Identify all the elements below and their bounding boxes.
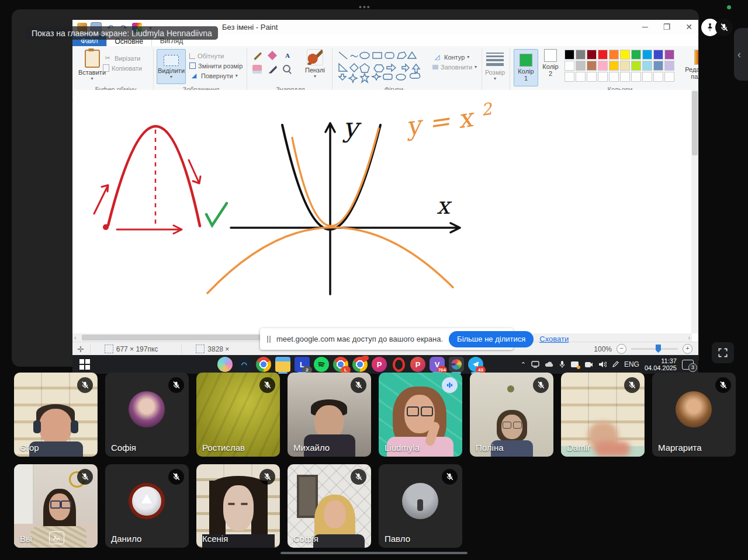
text-tool[interactable]: A <box>283 51 292 60</box>
color-swatch[interactable] <box>664 61 674 71</box>
side-panel-handle[interactable]: ‹ <box>734 28 748 81</box>
microphone-tray-icon[interactable] <box>559 360 565 368</box>
participant-tile-kseniia[interactable]: Ксенія <box>196 464 280 548</box>
participant-tile-damir[interactable]: Damir <box>561 373 645 457</box>
edit-palette-button[interactable]: Редагувати палітру <box>685 50 698 80</box>
color-swatch[interactable] <box>631 61 641 71</box>
onedrive-icon[interactable] <box>545 361 554 368</box>
zoom-slider[interactable] <box>631 348 678 350</box>
telegram-icon[interactable]: 43 <box>468 357 483 372</box>
fill-shape-button[interactable]: Заповнити▾ <box>432 62 477 72</box>
drag-handle-dots[interactable]: ••• <box>359 2 371 12</box>
eraser-tool[interactable] <box>252 65 262 74</box>
picsart2-icon[interactable]: P <box>410 357 425 372</box>
color-swatch[interactable] <box>587 61 597 71</box>
palette-row-empty[interactable] <box>565 72 674 82</box>
clock[interactable]: 11:37 04.04.2025 <box>645 357 677 371</box>
participant-tile-rostyslav[interactable]: Ростислав <box>196 373 280 457</box>
screenshare-tray-icon[interactable] <box>570 361 579 368</box>
zoom-slider-thumb[interactable] <box>656 345 661 353</box>
opera-icon[interactable] <box>391 357 406 372</box>
color-swatch[interactable] <box>609 61 619 71</box>
color-swatch[interactable] <box>576 50 586 60</box>
fullscreen-button[interactable] <box>712 342 734 363</box>
color-swatch[interactable] <box>620 61 630 71</box>
participant-tile-polina[interactable]: Поліна <box>470 373 553 457</box>
color-swatch[interactable] <box>664 72 674 82</box>
volume-icon[interactable] <box>598 361 607 368</box>
participant-tile-liudmyla[interactable]: Liudmyla <box>379 373 462 457</box>
fill-tool[interactable] <box>268 51 277 60</box>
color-swatch[interactable] <box>598 61 608 71</box>
color-swatch[interactable] <box>609 72 619 82</box>
color-swatch[interactable] <box>620 72 630 82</box>
cut-button[interactable]: ✂Вирізати <box>103 53 142 63</box>
minimize-button[interactable]: ─ <box>642 22 648 32</box>
color-swatch[interactable] <box>565 72 574 82</box>
color-swatch[interactable] <box>609 50 619 60</box>
palette-row-2[interactable] <box>565 61 674 71</box>
participants-scrollbar[interactable] <box>280 552 468 554</box>
picsart-icon[interactable]: P <box>372 357 387 372</box>
close-button[interactable]: ✕ <box>685 22 692 32</box>
pen-tray-icon[interactable] <box>612 361 619 368</box>
zoom-in-button[interactable]: + <box>683 344 692 354</box>
color-swatch[interactable] <box>653 50 663 60</box>
color2-button[interactable]: Колір 2 <box>540 49 561 77</box>
viber-icon[interactable]: V764 <box>430 357 445 372</box>
start-button[interactable] <box>79 359 90 370</box>
screen-share-tile[interactable]: ↶ ↷ ▾ Без імені - Paint ─ ❐ ✕ Файл Основ… <box>12 9 699 367</box>
color-swatch[interactable] <box>664 50 674 60</box>
outline-button[interactable]: ◿ Контур▾ <box>432 52 477 62</box>
scroll-right-icon[interactable]: › <box>688 335 690 341</box>
participant-tile-mykhailo[interactable]: Михайло <box>288 373 371 457</box>
color-swatch[interactable] <box>620 50 630 60</box>
eyedropper-tool[interactable] <box>268 65 277 74</box>
resize-button[interactable]: Змінити розмір <box>189 61 243 71</box>
color-swatch[interactable] <box>631 72 641 82</box>
participant-tile-pavlo[interactable]: Павло <box>379 464 462 548</box>
color-swatch[interactable] <box>576 61 586 71</box>
chrome-alert-icon[interactable] <box>352 357 368 372</box>
restore-button[interactable]: ❐ <box>663 22 671 32</box>
color-swatch[interactable] <box>598 72 608 82</box>
explorer-icon[interactable] <box>275 357 290 372</box>
participant-tile-danylo[interactable]: Данило <box>105 464 189 548</box>
language-indicator[interactable]: ENG <box>624 360 639 368</box>
color-swatch[interactable] <box>598 50 608 60</box>
stop-sharing-button[interactable]: Більше не ділитися <box>449 331 534 347</box>
participant-tile-you[interactable]: Вы <box>14 464 98 548</box>
chrome-icon[interactable] <box>256 357 271 372</box>
brushes-button[interactable]: Пензлі ▾ <box>305 49 325 78</box>
paint-canvas[interactable]: y x y = x 2 <box>73 90 691 333</box>
participant-tile-sofia2[interactable]: Софія <box>288 464 371 548</box>
notification-center-icon[interactable]: 3 <box>682 360 694 370</box>
tray-expand-icon[interactable]: ⌃ <box>521 361 526 368</box>
color-swatch[interactable] <box>587 72 597 82</box>
change-background-icon[interactable] <box>49 531 64 544</box>
color-swatch[interactable] <box>631 50 641 60</box>
color-swatch[interactable] <box>576 72 586 82</box>
spotify-icon[interactable] <box>314 357 329 372</box>
teams-icon[interactable] <box>531 361 539 368</box>
color-swatch[interactable] <box>653 72 663 82</box>
zoom-out-button[interactable]: − <box>617 344 626 354</box>
crop-button[interactable]: Обітнути <box>189 51 243 61</box>
chrome-profile-icon[interactable]: L <box>333 357 348 372</box>
copy-button[interactable]: Копіювати <box>103 63 142 73</box>
color-swatch[interactable] <box>642 72 652 82</box>
camera-tray-icon[interactable] <box>584 361 593 368</box>
paint-taskbar-icon[interactable] <box>449 357 464 372</box>
paste-button[interactable]: Вставити ▾ <box>78 50 106 81</box>
participant-tile-yehor[interactable]: Єгор <box>14 373 98 457</box>
pencil-tool[interactable] <box>252 51 262 60</box>
color1-button[interactable]: Колір 1 <box>514 49 538 86</box>
shapes-grid[interactable] <box>337 50 425 84</box>
hscroll-thumb[interactable] <box>82 335 263 340</box>
rotate-button[interactable]: ◢ Повернути▾ <box>189 71 243 81</box>
hide-notification-link[interactable]: Сховати <box>539 335 569 343</box>
photoshop-icon[interactable]: ◠ <box>237 357 252 372</box>
select-button[interactable]: Виділити ▾ <box>157 49 186 84</box>
vertical-scrollbar[interactable] <box>691 90 698 333</box>
scroll-left-icon[interactable]: ‹ <box>74 335 76 341</box>
